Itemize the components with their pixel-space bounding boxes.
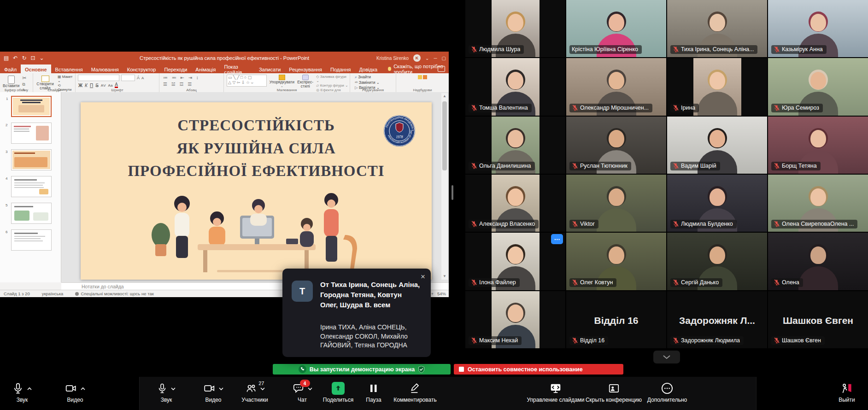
participant-tile[interactable]: Томша Валентина [465, 58, 565, 115]
layout-button[interactable]: ▦ Макет ⌄ [58, 75, 74, 83]
font-color-button[interactable]: А [115, 82, 118, 88]
tab-Переходи[interactable]: Переходи [160, 64, 191, 73]
participant-tile[interactable]: Крістіна Юріївна Сіренко [566, 0, 666, 57]
tile-more-options-button[interactable]: ⋯ [551, 234, 563, 244]
participant-name-label: Максим Нехай [469, 336, 522, 345]
slide-thumbnail-1[interactable]: 1 [11, 96, 52, 117]
shape-outline-button[interactable]: ▱ Контур фігури ⌄ [316, 83, 349, 88]
underline-button[interactable]: П [90, 83, 93, 88]
shrink-font-icon[interactable]: А [141, 76, 144, 80]
slide-thumbnail-6[interactable]: 6 [11, 229, 52, 251]
tab-Малювання[interactable]: Малювання [87, 64, 123, 73]
bold-button[interactable]: Ж [78, 83, 82, 88]
restore-icon[interactable]: ▢ [442, 56, 446, 61]
mini-video-button[interactable]: Видео [47, 377, 103, 410]
tab-Основне[interactable]: Основне [21, 64, 51, 73]
participant-tile[interactable]: Ілона Файлер [465, 233, 565, 290]
scroll-down-icon[interactable]: ▼ [441, 273, 448, 280]
account-avatar[interactable]: K [413, 54, 421, 62]
participant-tile[interactable]: Казьмірук Анна [768, 0, 868, 57]
strikethrough-button[interactable]: S [95, 83, 99, 88]
more-button[interactable]: Дополнительно [630, 377, 704, 410]
slide-thumbnail-3[interactable]: 3 [11, 149, 52, 170]
undo-icon[interactable]: ↶ [13, 55, 18, 61]
scrollbar-thumb[interactable] [442, 101, 447, 170]
tab-Рецензування[interactable]: Рецензування [285, 64, 326, 73]
tab-Файл[interactable]: Файл [0, 64, 21, 73]
slide-scrollbar[interactable]: ▲ ▼ [441, 93, 448, 280]
participant-tile[interactable]: Олександр Мірошничен... [566, 58, 666, 115]
redo-icon[interactable]: ↻ [22, 55, 26, 61]
status-language[interactable]: українська [42, 291, 64, 296]
cut-icon[interactable]: ✂ [22, 75, 26, 81]
mini-audio-button[interactable]: Звук [0, 377, 50, 410]
zoom-level[interactable]: 54% [437, 291, 446, 296]
participant-tile[interactable]: Відділ 16Відділ 16 [566, 291, 666, 348]
participant-tile[interactable]: Сергій Данько [667, 233, 767, 290]
slide-thumbnail-5[interactable]: 5 [11, 203, 52, 224]
font-name-box[interactable] [78, 75, 119, 81]
comments-icon[interactable] [438, 66, 445, 72]
participant-tile[interactable]: Людмила Булденко [667, 175, 767, 232]
change-case-button[interactable]: Аа [108, 83, 112, 88]
slide-thumbnail-2[interactable]: 2 [11, 123, 52, 144]
zoom-in-icon[interactable]: + [431, 291, 434, 296]
shapes-gallery[interactable]: ▭ ╲ ╱ □ ○ ▢ △ ▽ ⇦ ⇩ ☆ ⌣ [227, 75, 267, 87]
tab-Конструктор[interactable]: Конструктор [123, 64, 160, 73]
participant-tile[interactable]: Олена СвиреповаОлена ... [768, 175, 868, 232]
status-accessibility[interactable]: Спеціальні можливості: щось не так [75, 291, 153, 296]
participant-tile[interactable]: Вадим Шарій [667, 117, 767, 174]
tab-Записати[interactable]: Записати [255, 64, 285, 73]
chevron-down-icon[interactable] [170, 384, 176, 392]
stop-share-banner[interactable]: Остановить совместное использование [454, 364, 623, 375]
participant-tile[interactable]: Тиха Ірина, Сонець Аліна... [667, 0, 767, 57]
qat-customize-icon[interactable]: ⌄ [40, 55, 44, 61]
save-icon[interactable]: ▤ [4, 55, 9, 61]
slide-thumbnail-4[interactable]: 4 [11, 176, 52, 197]
minimize-icon[interactable]: ─ [434, 56, 437, 61]
chat-notification-popup[interactable]: T От Тиха Ірина, Сонець Аліна, Городна Т… [282, 269, 431, 357]
annotate-button[interactable]: Комментировать [378, 377, 452, 410]
participant-tile[interactable]: Борщ Тетяна [768, 117, 868, 174]
close-icon[interactable]: × [421, 272, 425, 281]
participant-tile[interactable]: Юра Семироз [768, 58, 868, 115]
shield-check-icon[interactable] [418, 366, 425, 373]
shape-fill-button[interactable]: ◇ Заливка фігури ⌄ [316, 75, 349, 83]
tab-Вставлення[interactable]: Вставлення [51, 64, 87, 73]
chevron-up-icon[interactable] [80, 384, 86, 392]
pane-divider-handle[interactable] [452, 185, 453, 200]
participant-tile[interactable]: Задорожняк Л...Задорожняк Людмила [667, 291, 767, 348]
char-spacing-button[interactable]: АV [101, 83, 106, 88]
participant-tile[interactable]: Ольга Данилишина [465, 117, 565, 174]
slide-canvas[interactable]: СТРЕСОСТІЙКІСТЬ ЯК РУШІЙНА СИЛА ПРОФЕСІЙ… [81, 102, 432, 280]
gallery-collapse-button[interactable] [653, 351, 680, 363]
tab-Показ слайдів[interactable]: Показ слайдів [220, 64, 255, 73]
scroll-up-icon[interactable]: ▲ [441, 93, 448, 100]
ribbon-options-icon[interactable]: ⌄ [425, 56, 429, 61]
grow-font-icon[interactable]: А́ [137, 76, 140, 80]
italic-button[interactable]: К [85, 83, 88, 88]
chevron-up-icon[interactable] [27, 384, 32, 392]
participant-tile[interactable]: Олег Ковтун [566, 233, 666, 290]
participant-tile[interactable]: Ірина [667, 58, 767, 115]
leave-button[interactable]: Выйти [810, 377, 868, 410]
find-button[interactable]: ⌕ Знайти [355, 75, 396, 80]
thumbnail-number: 3 [6, 150, 7, 154]
participant-tile[interactable]: Александр Власенко [465, 175, 565, 232]
slideshow-icon[interactable]: ⊡ [30, 55, 35, 61]
ribbon-group-slides: Створити слайд ▦ Макет ⌄ ⟲ Скинути ▥ Роз… [33, 73, 76, 92]
addins-button[interactable] [396, 73, 449, 79]
tab-Подання[interactable]: Подання [326, 64, 355, 73]
tab-Анімація[interactable]: Анімація [191, 64, 220, 73]
tab-Довідка[interactable]: Довідка [355, 64, 381, 73]
copy-icon[interactable]: ⧉ [22, 82, 26, 87]
thumbnail-number: 1 [6, 97, 8, 101]
participant-tile[interactable]: Viktor [566, 175, 666, 232]
replace-button[interactable]: ᵃᵇ Замінити ⌄ [355, 80, 396, 85]
font-size-box[interactable] [121, 75, 135, 81]
participant-tile[interactable]: Руслан Тютюнник [566, 117, 666, 174]
participant-tile[interactable]: Шашков ЄвгенШашков Євген [768, 291, 868, 348]
participant-tile[interactable]: Максим Нехай [465, 291, 565, 348]
participant-tile[interactable]: Людмила Шура [465, 0, 565, 57]
participant-tile[interactable]: Олена [768, 233, 868, 290]
